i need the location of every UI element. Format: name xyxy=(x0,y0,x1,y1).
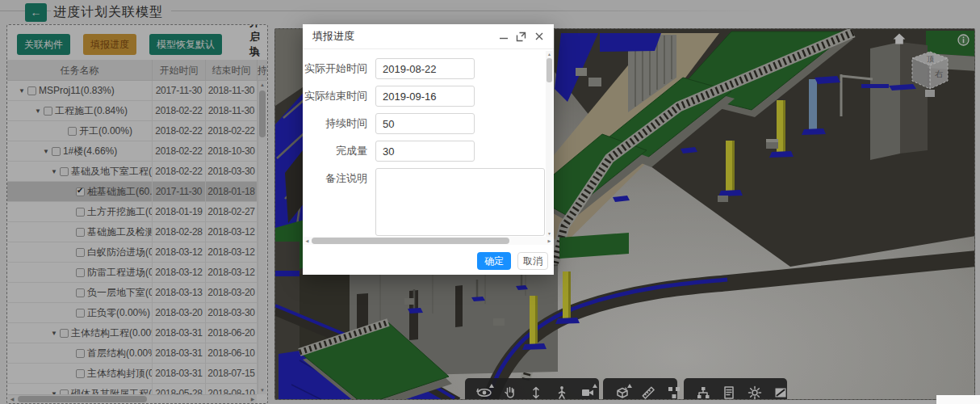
actual-end-input[interactable] xyxy=(375,86,475,107)
duration-input[interactable] xyxy=(375,113,475,134)
close-icon[interactable] xyxy=(534,32,544,42)
cancel-button[interactable]: 取消 xyxy=(517,252,548,270)
dialog-title: 填报进度 xyxy=(312,29,354,44)
maximize-icon[interactable] xyxy=(516,32,526,42)
dialog-scroll-down-icon[interactable]: ▼ xyxy=(546,230,553,237)
dialog-vscroll-thumb[interactable] xyxy=(547,58,552,82)
actual-start-label: 实际开始时间 xyxy=(303,58,367,79)
dialog-scroll-right-icon[interactable]: ▶ xyxy=(546,238,553,244)
dialog-vertical-scrollbar[interactable]: ▲ ▼ xyxy=(546,51,553,237)
remarks-label: 备注说明 xyxy=(303,168,367,189)
dialog-hscroll-thumb[interactable] xyxy=(312,238,509,244)
corner-popup xyxy=(936,395,980,404)
completion-input[interactable] xyxy=(375,141,475,162)
dialog-titlebar: 填报进度 xyxy=(303,24,554,49)
dialog-horizontal-scrollbar[interactable]: ◀ ▶ xyxy=(304,237,553,245)
actual-start-input[interactable] xyxy=(375,58,475,79)
duration-label: 持续时间 xyxy=(303,113,367,134)
minimize-icon[interactable] xyxy=(498,32,509,42)
dialog-scroll-up-icon[interactable]: ▲ xyxy=(546,51,553,57)
completion-label: 完成量 xyxy=(303,141,367,162)
remarks-textarea[interactable] xyxy=(375,168,545,236)
confirm-button[interactable]: 确定 xyxy=(477,252,511,270)
fill-progress-dialog: 填报进度 实际开始时间 实际结束时间 持续时间 完成量 备注说明 ▲ ▼ ◀ ▶… xyxy=(303,24,554,275)
dialog-scroll-left-icon[interactable]: ◀ xyxy=(304,238,311,244)
actual-end-label: 实际结束时间 xyxy=(303,86,367,107)
